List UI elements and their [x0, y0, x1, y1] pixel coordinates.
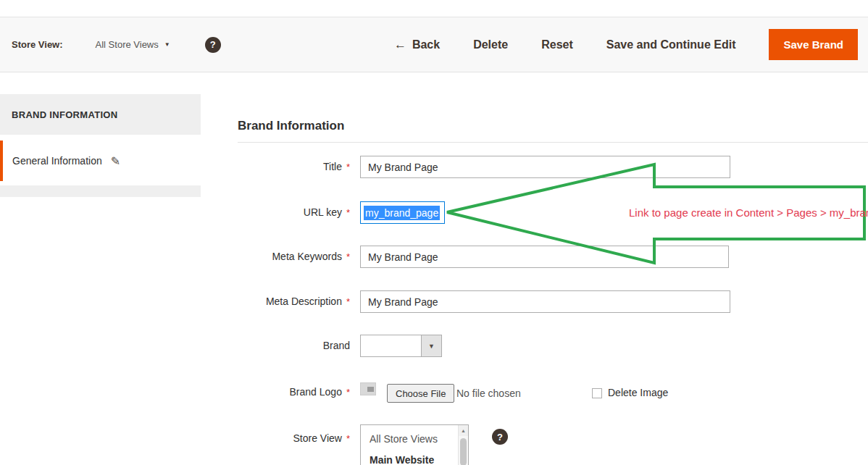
brand-logo-thumbnail	[360, 382, 376, 395]
url-key-label: URL key*	[238, 201, 350, 224]
store-view-switcher-value[interactable]: All Store Views	[96, 39, 159, 50]
store-view-multiselect[interactable]: All Store Views Main Website ▲	[360, 424, 469, 465]
meta-keywords-label: Meta Keywords*	[238, 246, 350, 268]
required-asterisk: *	[346, 296, 350, 307]
store-view-option-all[interactable]: All Store Views	[361, 425, 468, 445]
store-view-option-main-website[interactable]: Main Website	[361, 445, 468, 465]
select-caret-icon[interactable]: ▼	[421, 335, 441, 356]
back-button[interactable]: ← Back	[394, 38, 440, 52]
required-asterisk: *	[346, 251, 350, 262]
title-label: Title*	[238, 156, 350, 178]
required-asterisk: *	[346, 207, 350, 218]
section-divider	[238, 142, 868, 143]
choose-file-button[interactable]: Choose File	[387, 384, 454, 403]
reset-button[interactable]: Reset	[541, 38, 573, 51]
save-and-continue-button[interactable]: Save and Continue Edit	[606, 38, 736, 51]
brand-logo-label: Brand Logo*	[238, 381, 350, 403]
store-view-label: Store View*	[238, 427, 350, 450]
back-arrow-icon: ←	[394, 38, 406, 52]
delete-button[interactable]: Delete	[473, 38, 508, 51]
title-field[interactable]	[360, 156, 730, 178]
page-actions-toolbar: Store View: All Store Views ▼ ? ← Back D…	[0, 17, 868, 72]
brand-select[interactable]: ▼	[360, 335, 442, 357]
store-view-switcher-label: Store View:	[12, 39, 63, 50]
brand-label: Brand	[238, 335, 350, 357]
url-key-selected-text: my_brand_page	[364, 206, 440, 220]
section-title: Brand Information	[238, 119, 344, 133]
annotation-text: Link to page create in Content > Pages >…	[629, 206, 868, 219]
meta-description-field[interactable]	[360, 290, 730, 313]
edit-pencil-icon: ✎	[111, 154, 120, 168]
delete-image-label: Delete Image	[608, 387, 668, 398]
help-icon[interactable]: ?	[205, 37, 221, 53]
scroll-up-icon[interactable]: ▲	[459, 425, 468, 436]
save-brand-button[interactable]: Save Brand	[769, 29, 858, 60]
scrollbar-thumb[interactable]	[460, 438, 467, 465]
required-asterisk: *	[346, 162, 350, 172]
no-file-chosen-text: No file chosen	[456, 388, 521, 399]
meta-keywords-field[interactable]	[360, 246, 729, 268]
sidebar-divider-strip	[0, 185, 201, 197]
delete-image-checkbox[interactable]	[592, 388, 602, 398]
store-view-help-icon[interactable]: ?	[492, 429, 508, 445]
store-view-switcher[interactable]: Store View: All Store Views ▼ ?	[0, 37, 221, 53]
sidebar-item-label: General Information	[12, 155, 102, 167]
required-asterisk: *	[346, 433, 350, 444]
url-key-field[interactable]: my_brand_page	[360, 201, 445, 224]
required-asterisk: *	[346, 387, 350, 398]
meta-description-label: Meta Description*	[238, 290, 350, 313]
sidebar-header: BRAND INFORMATION	[0, 94, 201, 135]
toolbar-buttons: ← Back Delete Reset Save and Continue Ed…	[394, 29, 868, 60]
chevron-down-icon[interactable]: ▼	[164, 41, 170, 48]
multiselect-scrollbar[interactable]: ▲	[458, 425, 468, 465]
back-button-label: Back	[412, 38, 440, 51]
sidebar-item-general-information[interactable]: General Information ✎	[0, 141, 201, 181]
